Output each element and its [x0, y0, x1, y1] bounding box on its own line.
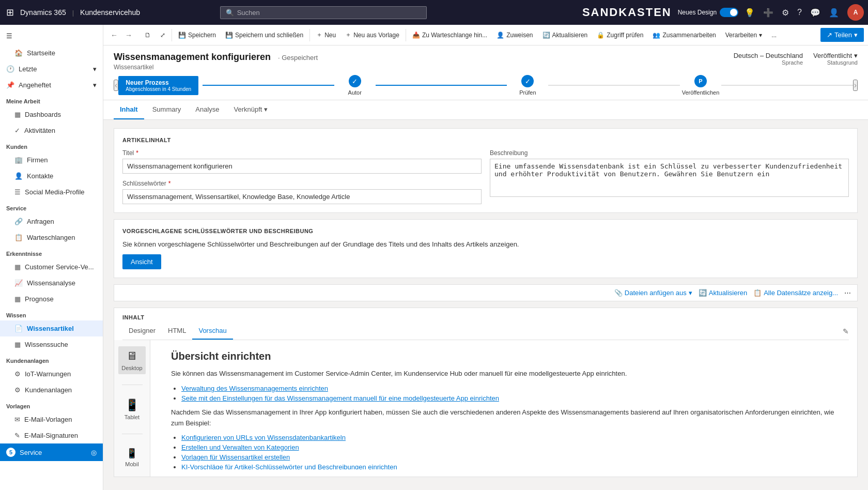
status-chevron-icon[interactable]: ▾	[854, 52, 858, 59]
content-editor-section: INHALT Designer HTML Vorschau ✎ 🖥 Deskto…	[114, 308, 858, 477]
keywords-input[interactable]	[122, 189, 482, 204]
sidebar-item-wissenssuche[interactable]: ▦ Wissenssuche	[0, 336, 103, 353]
tablet-icon: 📱	[125, 399, 139, 412]
activities-icon: ✓	[14, 127, 20, 134]
more-attach-button[interactable]: ⋯	[844, 289, 851, 297]
sidebar-hamburger[interactable]: ☰	[0, 27, 103, 45]
forward-button[interactable]: →	[122, 29, 135, 41]
page-title: Wissensmanagement konfigurieren	[114, 52, 271, 63]
sidebar-item-wissensanalyse[interactable]: 📈 Wissensanalyse	[0, 275, 103, 291]
sidebar-item-aktivitaten[interactable]: ✓ Aktivitäten	[0, 122, 103, 139]
check-access-icon: 🔒	[597, 32, 605, 39]
tab-inhalt[interactable]: Inhalt	[114, 100, 144, 119]
ansicht-button[interactable]: Ansicht	[122, 254, 161, 269]
tab-analyse[interactable]: Analyse	[189, 100, 225, 119]
process-line-1	[203, 85, 334, 86]
csv-label: Customer Service-Ve...	[25, 263, 94, 271]
collaborate-button[interactable]: 👥 Zusammenarbeiten	[648, 29, 720, 41]
refresh-button[interactable]: 🔄 Aktualisieren	[538, 29, 592, 41]
preview-body-link-3: Vorlagen für Wissensartikel erstellen	[181, 453, 836, 461]
sidebar-item-social[interactable]: ☰ Social Media-Profile	[0, 184, 103, 200]
editor-tab-html[interactable]: HTML	[162, 323, 192, 340]
editor-tab-vorschau[interactable]: Vorschau	[192, 323, 233, 340]
service-label: Service	[20, 449, 42, 456]
aktivitaten-label: Aktivitäten	[24, 127, 55, 134]
sidebar-item-email-vorlagen[interactable]: ✉ E-Mail-Vorlagen	[0, 411, 103, 427]
new-from-template-button[interactable]: ＋ Neu aus Vorlage	[341, 28, 404, 41]
device-selector: 🖥 Desktop 📱 Tablet 📱 Mobil	[114, 340, 150, 477]
queue-button[interactable]: 📥 Zu Warteschlange hin...	[408, 29, 491, 41]
sidebar-item-iot[interactable]: ⚙ IoT-Warnungen	[0, 366, 103, 382]
process-prev-button[interactable]: ‹	[114, 80, 118, 91]
help-icon[interactable]: ?	[797, 8, 802, 17]
sidebar-item-kundenanlagen[interactable]: ⚙ Kundenanlagen	[0, 382, 103, 398]
kontakte-label: Kontakte	[27, 172, 53, 180]
device-desktop[interactable]: 🖥 Desktop	[118, 346, 145, 374]
sidebar-item-csv[interactable]: ▦ Customer Service-Ve...	[0, 259, 103, 275]
sidebar-item-kontakte[interactable]: 👤 Kontakte	[0, 168, 103, 184]
page-header: Wissensmanagement konfigurieren · Gespei…	[103, 45, 868, 71]
process-step-prufen: ✓ Prüfen	[507, 75, 548, 96]
all-records-button[interactable]: 📋 Alle Datensätze anzeig...	[753, 289, 838, 297]
device-mobil[interactable]: 📱 Mobil	[122, 445, 142, 470]
anfragen-label: Anfragen	[27, 218, 54, 225]
description-textarea[interactable]: Eine umfassende Wissensdatenbank ist ein…	[490, 159, 849, 197]
process-next-button[interactable]: ›	[853, 80, 858, 91]
sidebar-item-dashboards[interactable]: ▦ Dashboards	[0, 106, 103, 122]
tab-summary[interactable]: Summary	[146, 100, 188, 119]
check-access-button[interactable]: 🔒 Zugriff prüfen	[593, 29, 647, 41]
neues-design-toggle[interactable]: Neues Design	[678, 8, 738, 17]
new-button[interactable]: ＋ Neu	[312, 28, 340, 41]
title-input[interactable]	[122, 159, 482, 174]
tab-verknupft[interactable]: Verknüpft ▾	[228, 100, 274, 119]
sidebar-item-warteschlangen[interactable]: 📋 Warteschlangen	[0, 229, 103, 246]
sidebar-group-letzte[interactable]: 🕐 Letzte ▾	[0, 61, 103, 77]
sidebar-item-prognose[interactable]: ▦ Prognose	[0, 291, 103, 307]
search-bar[interactable]: 🔍	[220, 6, 427, 19]
search-input[interactable]	[237, 9, 421, 17]
chevron-down-icon: ▾	[93, 65, 97, 73]
share-icon: ↗	[827, 31, 832, 39]
assign-icon: 👤	[497, 32, 504, 39]
save-close-button[interactable]: 💾 Speichern und schließen	[221, 29, 307, 41]
edit-icon[interactable]: ✎	[843, 327, 849, 335]
page-view-button[interactable]: 🗋	[141, 29, 155, 41]
back-button[interactable]: ←	[107, 29, 121, 41]
save-button[interactable]: 💾 Speichern	[174, 29, 220, 41]
share-button[interactable]: ↗ Teilen ▾	[820, 28, 864, 42]
settings-icon[interactable]: ⚙	[782, 8, 789, 18]
assign-button[interactable]: 👤 Zuweisen	[492, 29, 537, 41]
refresh-attach-icon: 🔄	[699, 289, 707, 297]
article-section-title: ARTIKELINHALT	[122, 137, 849, 143]
waffle-icon[interactable]: ⊞	[4, 5, 16, 20]
neues-design-label: Neues Design	[678, 9, 717, 16]
preview-body-links-list: Konfigurieren von URLs von Wissensdatenb…	[171, 434, 836, 469]
sidebar-item-email-signaturen[interactable]: ✎ E-Mail-Signaturen	[0, 427, 103, 443]
sidebar-item-startseite[interactable]: 🏠 Startseite	[0, 45, 103, 61]
editor-tab-designer[interactable]: Designer	[122, 323, 162, 340]
profile-icon[interactable]: 👤	[829, 8, 839, 18]
sidebar-item-service-pinned[interactable]: 5 Service ◎	[0, 443, 103, 461]
add-icon[interactable]: ➕	[763, 8, 773, 18]
sidebar-item-wissensartikel[interactable]: 📄 Wissensartikel	[0, 320, 103, 336]
language-meta: Deutsch – Deutschland Sprache	[734, 52, 803, 66]
wissensartikel-icon: 📄	[14, 325, 23, 332]
right-column: Beschreibung Eine umfassende Wissensdate…	[490, 149, 849, 204]
attach-files-button[interactable]: 📎 Dateien anfügen aus ▾	[614, 289, 692, 297]
lightbulb-icon[interactable]: 💡	[745, 8, 755, 18]
process-button[interactable]: Verarbeiten ▾	[721, 29, 766, 41]
sidebar-group-angeheftet[interactable]: 📌 Angeheftet ▾	[0, 77, 103, 93]
page-title-row: Wissensmanagement konfigurieren · Gespei…	[114, 52, 858, 71]
avatar[interactable]: A	[847, 4, 864, 21]
design-toggle-switch[interactable]	[720, 8, 738, 17]
process-bar: ‹ Neuer Prozess Abgeschlossen in 4 Stund…	[103, 71, 868, 100]
expand-button[interactable]: ⤢	[156, 29, 169, 41]
feedback-icon[interactable]: 💬	[810, 8, 820, 18]
sidebar-item-firmen[interactable]: 🏢 Firmen	[0, 152, 103, 168]
more-button[interactable]: ...	[767, 29, 781, 41]
refresh-attachments-button[interactable]: 🔄 Aktualisieren	[699, 289, 747, 297]
email-vorlagen-icon: ✉	[14, 416, 20, 423]
sidebar-item-anfragen[interactable]: 🔗 Anfragen	[0, 213, 103, 229]
service-number-badge: 5	[6, 448, 16, 457]
device-tablet[interactable]: 📱 Tablet	[121, 395, 143, 423]
